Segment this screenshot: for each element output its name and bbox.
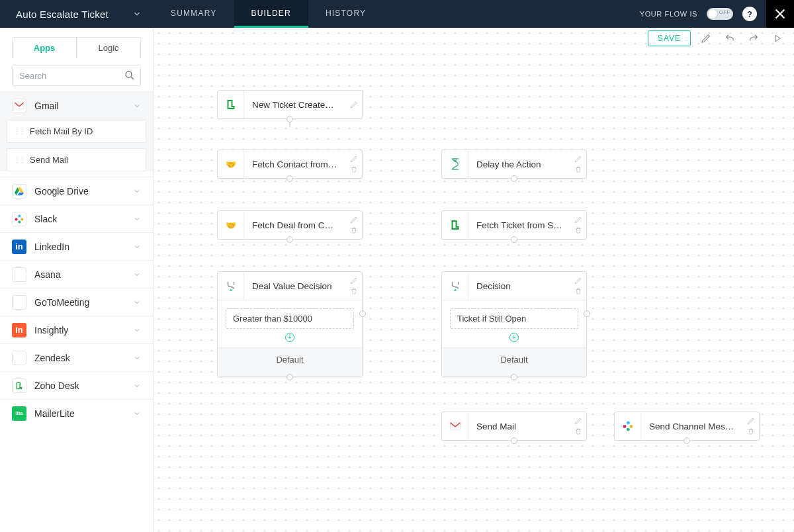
app-label: Insightly bbox=[34, 325, 133, 335]
app-item-slack[interactable]: Slack bbox=[0, 204, 153, 232]
app-item-gmail[interactable]: Gmail ⋮⋮ Fetch Mail By ID ⋮⋮ Send Mail bbox=[0, 91, 153, 171]
gmail-icon bbox=[442, 412, 468, 440]
node-fetch-deal[interactable]: 🤝 Fetch Deal from CRM bbox=[217, 210, 363, 240]
node-label: Fetch Contact from CRM bbox=[244, 159, 346, 169]
delete-icon[interactable] bbox=[574, 226, 582, 234]
app-item-gotomeeting[interactable]: ✿ GoToMeeting bbox=[0, 288, 153, 316]
branch-port[interactable] bbox=[359, 310, 366, 317]
zohodesk-icon bbox=[12, 378, 26, 393]
sidebar-tab-logic[interactable]: Logic bbox=[77, 37, 141, 58]
output-port[interactable] bbox=[511, 374, 517, 380]
delete-icon[interactable] bbox=[350, 226, 358, 234]
app-item-gdrive[interactable]: Google Drive bbox=[0, 177, 153, 204]
run-button[interactable] bbox=[769, 30, 786, 47]
builder-canvas[interactable]: New Ticket Created in ... 🤝 Fetch Contac… bbox=[154, 28, 794, 532]
node-delay[interactable]: Delay the Action bbox=[441, 150, 587, 179]
tab-history[interactable]: HISTORY bbox=[308, 0, 383, 28]
app-item-zendesk[interactable]: ✦ Zendesk bbox=[0, 343, 153, 371]
node-send-slack[interactable]: Send Channel Message bbox=[614, 412, 760, 441]
chevron-down-icon bbox=[133, 410, 141, 418]
output-port[interactable] bbox=[511, 236, 517, 243]
node-label: New Ticket Created in ... bbox=[244, 100, 346, 110]
condition-chip[interactable]: Greater than $10000 bbox=[226, 308, 354, 329]
delete-icon[interactable] bbox=[350, 287, 358, 295]
edit-icon[interactable] bbox=[350, 277, 358, 285]
insightly-icon: in bbox=[12, 323, 26, 337]
tab-builder[interactable]: BUILDER bbox=[234, 0, 308, 28]
node-fetch-ticket[interactable]: Fetch Ticket from Supp... bbox=[441, 210, 587, 240]
app-item-linkedin[interactable]: in LinkedIn bbox=[0, 232, 153, 260]
edit-icon[interactable] bbox=[350, 101, 358, 109]
default-label: Default bbox=[276, 355, 303, 365]
node-label: Delay the Action bbox=[468, 159, 570, 169]
mailerlite-icon: lite bbox=[12, 406, 26, 421]
output-port[interactable] bbox=[511, 175, 517, 182]
output-port[interactable] bbox=[684, 437, 690, 444]
undo-button[interactable] bbox=[721, 30, 738, 47]
sidebar-search bbox=[12, 65, 141, 86]
flow-title: Auto Escalate Ticket bbox=[16, 9, 109, 20]
edit-icon[interactable] bbox=[747, 417, 755, 425]
app-item-asana[interactable]: ●●● Asana bbox=[0, 260, 153, 288]
tab-summary[interactable]: SUMMARY bbox=[154, 0, 234, 28]
app-item-zohodesk[interactable]: Zoho Desk bbox=[0, 371, 153, 399]
output-port[interactable] bbox=[287, 175, 293, 182]
zendesk-icon: ✦ bbox=[12, 351, 26, 365]
node-deal-decision[interactable]: Deal Value Decision Greater than $10000 … bbox=[217, 271, 363, 377]
linkedin-icon: in bbox=[12, 240, 26, 254]
add-condition-button[interactable]: + bbox=[285, 333, 294, 342]
save-button[interactable]: SAVE bbox=[648, 30, 691, 46]
svg-point-0 bbox=[126, 71, 132, 77]
output-port[interactable] bbox=[287, 236, 293, 243]
app-label: Zoho Desk bbox=[34, 380, 133, 391]
condition-chip[interactable]: Ticket if Still Open bbox=[450, 308, 578, 329]
gmail-action-send[interactable]: ⋮⋮ Send Mail bbox=[7, 148, 146, 171]
app-item-mailerlite[interactable]: lite MailerLite bbox=[0, 399, 153, 427]
app-item-insightly[interactable]: in Insightly bbox=[0, 316, 153, 343]
delete-icon[interactable] bbox=[574, 165, 582, 173]
edit-button[interactable] bbox=[697, 30, 715, 47]
close-button[interactable] bbox=[766, 0, 794, 28]
help-button[interactable]: ? bbox=[742, 7, 757, 21]
undo-icon bbox=[725, 33, 735, 44]
edit-icon[interactable] bbox=[574, 155, 582, 163]
action-label: Fetch Mail By ID bbox=[30, 126, 93, 136]
edit-icon[interactable] bbox=[574, 277, 582, 285]
crm-icon: 🤝 bbox=[218, 211, 244, 239]
output-port[interactable] bbox=[287, 374, 293, 380]
delete-icon[interactable] bbox=[747, 427, 755, 435]
svg-rect-12 bbox=[627, 421, 630, 425]
play-icon bbox=[773, 34, 782, 43]
edit-icon[interactable] bbox=[350, 155, 358, 163]
default-branch[interactable]: Default bbox=[442, 347, 586, 377]
branch-port[interactable] bbox=[584, 310, 590, 317]
chevron-down-icon bbox=[133, 271, 141, 279]
gmail-icon bbox=[12, 99, 26, 113]
svg-rect-13 bbox=[629, 425, 633, 428]
flow-name-dropdown[interactable]: Auto Escalate Ticket bbox=[0, 0, 154, 28]
sidebar-tab-apps[interactable]: Apps bbox=[12, 37, 77, 58]
add-condition-button[interactable]: + bbox=[509, 333, 519, 342]
edit-icon[interactable] bbox=[350, 216, 358, 224]
edit-icon[interactable] bbox=[574, 417, 582, 425]
flow-toggle[interactable]: OFF bbox=[707, 8, 733, 20]
delete-icon[interactable] bbox=[574, 287, 582, 295]
canvas-toolbar: SAVE bbox=[154, 28, 794, 49]
node-send-mail[interactable]: Send Mail bbox=[441, 412, 587, 441]
delete-icon[interactable] bbox=[350, 165, 358, 173]
node-trigger[interactable]: New Ticket Created in ... bbox=[217, 90, 363, 119]
delete-icon[interactable] bbox=[574, 427, 582, 435]
node-fetch-contact[interactable]: 🤝 Fetch Contact from CRM bbox=[217, 150, 363, 179]
redo-button[interactable] bbox=[745, 30, 762, 47]
gmail-action-fetch[interactable]: ⋮⋮ Fetch Mail By ID bbox=[7, 120, 146, 143]
default-branch[interactable]: Default bbox=[218, 347, 362, 377]
decision-icon bbox=[218, 272, 244, 300]
output-port[interactable] bbox=[287, 116, 293, 122]
search-input[interactable] bbox=[12, 65, 141, 86]
node-decision-2[interactable]: Decision Ticket if Still Open + Default bbox=[441, 271, 587, 377]
apps-list: Gmail ⋮⋮ Fetch Mail By ID ⋮⋮ Send Mail G… bbox=[0, 91, 153, 532]
edit-icon[interactable] bbox=[574, 216, 582, 224]
output-port[interactable] bbox=[511, 437, 517, 444]
gotomeeting-icon: ✿ bbox=[12, 295, 26, 310]
zohodesk-icon bbox=[218, 91, 244, 118]
